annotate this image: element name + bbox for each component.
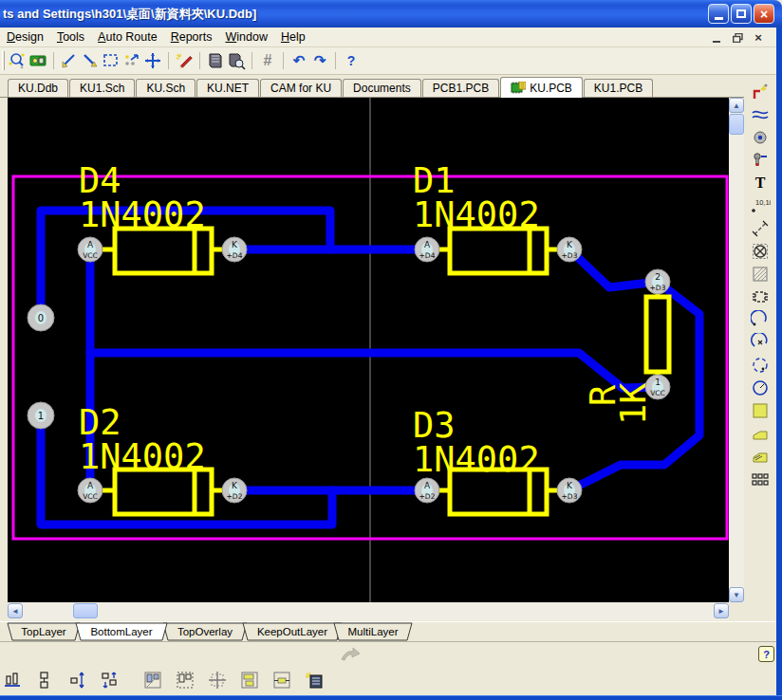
arrange-within-room-icon[interactable] [142, 670, 163, 691]
layer-tab-keepoutlayer[interactable]: KeepOutLayer [243, 623, 342, 640]
layer-tab-topoverlay[interactable]: TopOverlay [163, 623, 247, 640]
pad-D1-K[interactable]: K +D3 [557, 237, 582, 262]
close-button[interactable]: × [754, 4, 774, 24]
tab-cam-for-ku[interactable]: CAM for KU [260, 79, 342, 97]
maximize-button[interactable] [731, 4, 752, 24]
scroll-left-button[interactable]: ◄ [8, 603, 23, 618]
status-strip: ? [0, 641, 776, 664]
arc-edge-icon[interactable] [749, 310, 772, 329]
scroll-up-button[interactable]: ▲ [729, 98, 744, 113]
place-component-icon[interactable] [749, 287, 772, 306]
pad-D3-A[interactable]: A +D2 [415, 478, 439, 503]
tab-pcb1-pcb[interactable]: PCB1.PCB [422, 79, 499, 97]
zoom-pan-icon[interactable] [7, 50, 28, 71]
pad-0[interactable]: 0 [28, 304, 54, 331]
paste-special-array-icon[interactable] [304, 670, 325, 691]
place-keepout-arc-icon[interactable] [749, 105, 772, 124]
align-bottom-icon[interactable] [2, 670, 23, 691]
help-balloon-icon[interactable]: ? [758, 646, 774, 662]
move-selection-icon[interactable] [121, 50, 142, 71]
place-fill-icon[interactable] [749, 401, 772, 420]
svg-text:+D4: +D4 [419, 251, 436, 260]
move-component-to-grid-icon[interactable] [271, 670, 292, 691]
layer-tab-bottomlayer[interactable]: BottomLayer [76, 623, 167, 640]
place-dimension-icon[interactable] [749, 219, 772, 238]
scroll-right-button[interactable]: ► [714, 603, 729, 618]
toolbar-grip[interactable] [2, 51, 5, 70]
place-pad-icon[interactable] [749, 128, 772, 147]
select-area-icon[interactable] [101, 50, 121, 71]
pad-D2-A[interactable]: A VCC [78, 478, 102, 503]
place-via-icon[interactable] [749, 151, 772, 170]
svg-text:VCC: VCC [83, 251, 98, 260]
full-circle-icon[interactable] [749, 378, 772, 397]
place-coordinate-icon[interactable]: 10,10 [749, 196, 772, 215]
scroll-down-button[interactable]: ▼ [729, 587, 744, 602]
menu-tools[interactable]: Tools [50, 28, 91, 46]
distribute-horizontal-icon[interactable] [99, 670, 120, 691]
window-bottom-border [0, 695, 782, 700]
pcb-canvas[interactable]: D4 1N4002 D1 1N4002 D2 1N4002 D3 1N4002 … [8, 98, 729, 602]
mdi-close-button[interactable]: × [750, 30, 767, 45]
arrange-within-rectangle-icon[interactable] [175, 670, 196, 691]
redo-icon[interactable]: ↷ [309, 50, 330, 71]
arc-center-icon[interactable] [749, 333, 772, 352]
highlight-pen-icon[interactable] [174, 50, 195, 71]
paste-array-icon[interactable] [749, 470, 772, 488]
menu-window[interactable]: Window [218, 28, 273, 46]
layer-tab-multilayer[interactable]: MultiLayer [334, 623, 412, 640]
pad-D3-K[interactable]: K +D3 [557, 478, 582, 503]
menu-reports[interactable]: Reports [164, 28, 219, 46]
svg-text:+D2: +D2 [227, 492, 243, 501]
align-center-icon[interactable] [34, 670, 55, 691]
pad-D4-A[interactable]: A VCC [78, 237, 102, 262]
split-plane-icon[interactable] [749, 447, 772, 466]
pad-D4-K[interactable]: K +D4 [222, 237, 247, 262]
help-icon[interactable]: ? [341, 50, 362, 71]
tab-ku-net[interactable]: KU.NET [196, 79, 259, 97]
polygon-plane-icon[interactable] [749, 424, 772, 443]
tab-ku-pcb[interactable]: KU.PCB [500, 77, 583, 98]
pad-R-2[interactable]: 2 +D3 [645, 269, 670, 294]
pad-D1-A[interactable]: A +D4 [415, 237, 439, 262]
browse-library-icon[interactable] [28, 50, 48, 71]
cutter-icon[interactable] [59, 50, 80, 71]
grid-icon[interactable]: # [257, 50, 278, 71]
place-fill-hatch-icon[interactable] [749, 265, 772, 284]
interactive-routing-icon[interactable] [749, 83, 772, 101]
comment-D4: 1N4002 [79, 194, 206, 235]
reposition-component-icon[interactable] [207, 670, 228, 691]
slice-track-icon[interactable] [80, 50, 101, 71]
crosshair-icon[interactable] [142, 50, 163, 71]
browse-book-icon[interactable] [226, 50, 247, 71]
horizontal-scroll-thumb[interactable] [73, 603, 98, 618]
tab-ku-sch[interactable]: KU.Sch [136, 79, 196, 97]
library-book-icon[interactable] [205, 50, 226, 71]
menu-auto-route[interactable]: Auto Route [91, 28, 164, 46]
menu-help[interactable]: Help [274, 28, 312, 46]
tab-ku1-sch[interactable]: KU1.Sch [69, 79, 135, 97]
set-origin-icon[interactable] [749, 242, 772, 261]
arc-angles-icon[interactable] [749, 356, 772, 375]
layer-tab-toplayer[interactable]: TopLayer [8, 623, 80, 640]
distribute-vertical-icon[interactable] [66, 670, 87, 691]
menu-design[interactable]: Design [0, 28, 50, 46]
undo-icon[interactable]: ↶ [289, 50, 309, 71]
window-titlebar: ts and Settings\h301\桌面\新資料夾\KU.Ddb] × [0, 0, 782, 28]
pad-1[interactable]: 1 [28, 402, 54, 429]
room-components-icon[interactable] [239, 670, 260, 691]
tab-documents[interactable]: Documents [343, 79, 421, 97]
vertical-scrollbar[interactable]: ▲ ▼ [729, 98, 744, 602]
mdi-restore-button[interactable] [729, 30, 746, 45]
mdi-minimize-button[interactable] [708, 30, 725, 45]
pad-R-1[interactable]: 1 VCC [645, 375, 670, 399]
vertical-scroll-thumb[interactable] [729, 114, 744, 135]
svg-text:+D3: +D3 [650, 284, 666, 292]
tab-ku1-pcb[interactable]: KU1.PCB [584, 79, 653, 97]
svg-text:A: A [87, 481, 94, 490]
place-string-icon[interactable]: T [749, 174, 772, 193]
horizontal-scrollbar[interactable]: ◄ ► [8, 602, 729, 620]
minimize-button[interactable] [708, 4, 729, 24]
tab-ku-ddb[interactable]: KU.Ddb [8, 79, 68, 97]
pad-D2-K[interactable]: K +D2 [222, 478, 247, 503]
